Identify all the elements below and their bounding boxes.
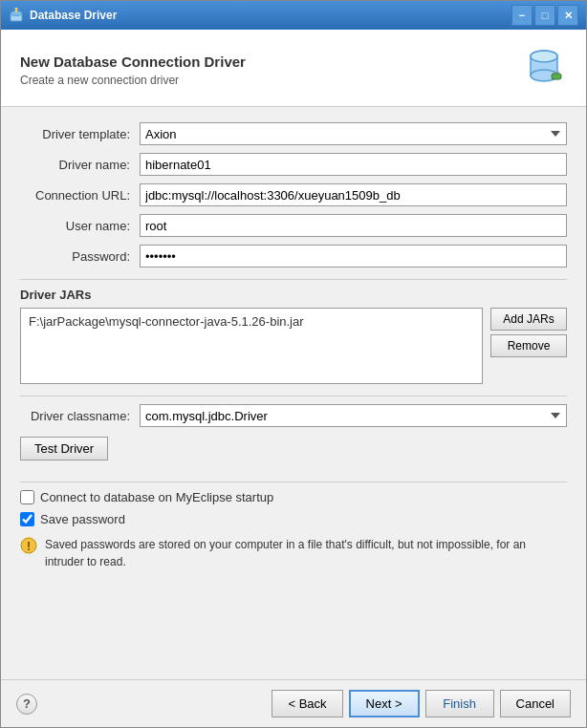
user-name-input[interactable] bbox=[140, 214, 567, 237]
password-label: Password: bbox=[20, 249, 140, 264]
next-button[interactable]: Next > bbox=[349, 690, 420, 717]
save-password-checkbox[interactable] bbox=[20, 512, 34, 526]
driver-name-label: Driver name: bbox=[20, 158, 140, 172]
close-button[interactable]: ✕ bbox=[557, 5, 578, 26]
back-button[interactable]: < Back bbox=[272, 690, 342, 717]
form-section: Driver template: Axion Driver name: Conn… bbox=[1, 107, 586, 679]
driver-template-row: Driver template: Axion bbox=[20, 122, 567, 145]
minimize-button[interactable]: − bbox=[511, 5, 533, 26]
header-subtitle: Create a new connection driver bbox=[20, 74, 246, 87]
user-name-row: User name: bbox=[20, 214, 567, 237]
classname-row: Driver classname: com.mysql.jdbc.Driver bbox=[20, 404, 567, 427]
header-text: New Database Connection Driver Create a … bbox=[20, 54, 246, 87]
connect-startup-checkbox[interactable] bbox=[20, 490, 34, 504]
maximize-button[interactable]: □ bbox=[534, 5, 555, 26]
jars-container: F:\jarPackage\mysql-connector-java-5.1.2… bbox=[20, 308, 567, 384]
app-icon bbox=[9, 8, 24, 23]
cancel-button[interactable]: Cancel bbox=[500, 690, 571, 717]
password-row: Password: bbox=[20, 245, 567, 268]
finish-button[interactable]: Finish bbox=[425, 690, 494, 717]
add-jars-button[interactable]: Add JARs bbox=[490, 308, 567, 331]
password-input[interactable] bbox=[140, 245, 567, 268]
test-driver-button[interactable]: Test Driver bbox=[20, 437, 108, 460]
jars-label: Driver JARs bbox=[20, 288, 567, 302]
svg-text:!: ! bbox=[27, 540, 31, 553]
connection-url-row: Connection URL: bbox=[20, 183, 567, 206]
header-section: New Database Connection Driver Create a … bbox=[1, 30, 586, 107]
connection-url-input[interactable] bbox=[140, 183, 567, 206]
title-bar-left: Database Driver bbox=[9, 8, 117, 23]
classname-select[interactable]: com.mysql.jdbc.Driver bbox=[140, 404, 567, 427]
connect-startup-label[interactable]: Connect to database on MyEclipse startup bbox=[40, 490, 273, 504]
title-bar: Database Driver − □ ✕ bbox=[1, 1, 586, 30]
help-button[interactable]: ? bbox=[16, 694, 37, 715]
warning-icon: ! bbox=[20, 537, 37, 554]
main-window: Database Driver − □ ✕ New Database Conne… bbox=[0, 0, 587, 728]
warning-row: ! Saved passwords are stored on your com… bbox=[20, 534, 567, 572]
driver-template-label: Driver template: bbox=[20, 127, 140, 141]
classname-label: Driver classname: bbox=[20, 409, 140, 423]
separator-3 bbox=[20, 482, 567, 482]
help-label: ? bbox=[23, 696, 31, 711]
jars-section: Driver JARs F:\jarPackage\mysql-connecto… bbox=[20, 288, 567, 384]
svg-point-7 bbox=[531, 51, 557, 62]
jars-buttons: Add JARs Remove bbox=[490, 308, 567, 384]
save-password-label[interactable]: Save password bbox=[40, 512, 125, 526]
footer-right: < Back Next > Finish Cancel bbox=[272, 690, 571, 717]
separator-1 bbox=[20, 279, 567, 280]
warning-text: Saved passwords are stored on your compu… bbox=[45, 536, 567, 570]
connect-startup-row: Connect to database on MyEclipse startup bbox=[20, 490, 567, 504]
options-section: Connect to database on MyEclipse startup… bbox=[20, 490, 567, 572]
remove-button[interactable]: Remove bbox=[490, 334, 567, 357]
save-password-row: Save password bbox=[20, 512, 567, 526]
svg-rect-8 bbox=[552, 74, 561, 79]
svg-point-3 bbox=[15, 8, 18, 11]
driver-template-select[interactable]: Axion bbox=[140, 122, 567, 145]
separator-2 bbox=[20, 396, 567, 396]
driver-name-row: Driver name: bbox=[20, 153, 567, 176]
footer: ? < Back Next > Finish Cancel bbox=[1, 679, 586, 727]
user-name-label: User name: bbox=[20, 219, 140, 233]
jars-list[interactable]: F:\jarPackage\mysql-connector-java-5.1.2… bbox=[20, 308, 483, 384]
list-item: F:\jarPackage\mysql-connector-java-5.1.2… bbox=[25, 312, 478, 331]
window-title: Database Driver bbox=[30, 9, 117, 22]
header-title: New Database Connection Driver bbox=[20, 54, 246, 70]
driver-name-input[interactable] bbox=[140, 153, 567, 176]
footer-left: ? bbox=[16, 694, 37, 715]
title-bar-buttons: − □ ✕ bbox=[511, 5, 578, 26]
connection-url-label: Connection URL: bbox=[20, 188, 140, 203]
database-icon bbox=[517, 45, 567, 95]
